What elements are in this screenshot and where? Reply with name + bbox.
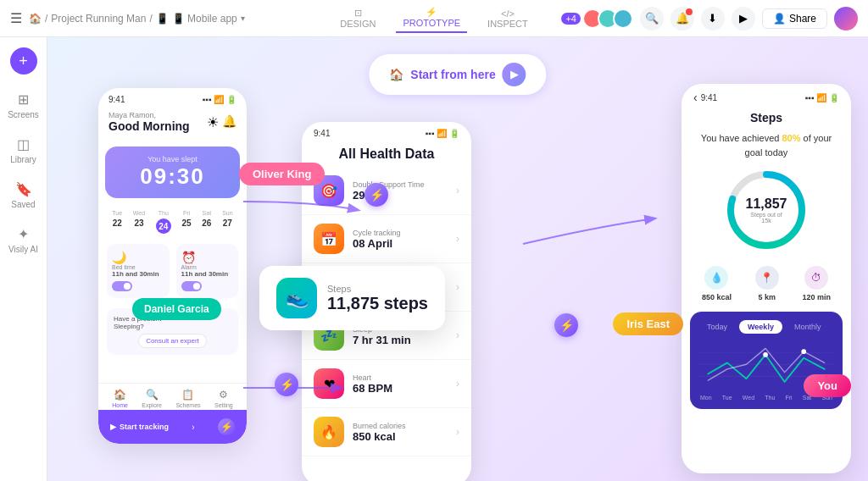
tab-weekly[interactable]: Weekly (739, 320, 782, 334)
cal-sat: Sat26 (202, 210, 211, 234)
cycle-label: Cycle tracking (353, 229, 448, 237)
phone2-status-bar: 9:41 ▪▪▪ 📶 🔋 (302, 122, 471, 141)
alarm-val: 11h and 30min (181, 270, 234, 278)
info-cards: 🌙 Bed time 11h and 30min ⏰ Alarm 11h and… (98, 239, 247, 303)
consult-button[interactable]: Consult an expert (138, 334, 207, 348)
nav-setting[interactable]: ⚙Setting (214, 389, 233, 408)
health-item-heart[interactable]: ❤ Heart 68 BPM › (302, 360, 471, 408)
chevron-right-icon: › (192, 423, 194, 432)
nav-explore[interactable]: 🔍Explore (142, 389, 162, 408)
phone1-signal: ▪▪▪ 📶 🔋 (203, 95, 236, 104)
notification-icon[interactable]: 🔔 (670, 7, 694, 30)
calories-info: Burned calories 850 kcal (353, 422, 448, 443)
search-icon[interactable]: 🔍 (640, 7, 664, 30)
chevron-icon: › (456, 329, 459, 341)
heart-icon: ❤ (314, 368, 344, 399)
bolt-circle-1: ⚡ (364, 183, 388, 207)
goal-highlight: 80% (782, 133, 800, 143)
project-name[interactable]: Project Running Man (51, 13, 146, 25)
user-count-badge: +4 (561, 13, 581, 25)
distance-mini-val: 5 km (758, 293, 776, 301)
alarm-label: Alarm (181, 264, 234, 270)
phone-1: 9:41 ▪▪▪ 📶 🔋 Maya Ramon, Good Morning ☀ … (98, 88, 247, 444)
tab-monthly[interactable]: Monthly (786, 320, 830, 334)
sidebar-item-saved[interactable]: 🔖 Saved (0, 174, 47, 216)
steps-popup-title: Steps (327, 284, 428, 294)
menu-icon[interactable]: ☰ (10, 10, 22, 26)
cal-sun: Sun27 (222, 210, 232, 234)
chevron-icon: › (456, 426, 459, 438)
sidebar-item-library[interactable]: ◫ Library (0, 130, 47, 171)
health-item-cycle[interactable]: 📅 Cycle tracking 08 April › (302, 215, 471, 263)
mini-stat-calories: 💧 850 kcal (702, 266, 732, 301)
nav-schemes[interactable]: 📋Schemes (175, 389, 200, 408)
cal-tue: Tue22 (112, 210, 122, 234)
calories-val: 850 kcal (353, 430, 448, 443)
phone1-status-bar: 9:41 ▪▪▪ 📶 🔋 (98, 88, 247, 108)
phone1-nav: 🏠Home 🔍Explore 📋Schemes ⚙Setting (98, 383, 247, 413)
distance-mini-icon: 📍 (755, 266, 779, 290)
sun-icon: ☀ (207, 114, 219, 130)
cycle-val: 08 April (353, 237, 448, 250)
add-screen-button[interactable]: + (10, 47, 37, 75)
visby-icon: ✦ (18, 226, 29, 242)
avatar-3 (613, 8, 633, 29)
start-from-here-button[interactable]: 🏠 Start from here ▶ (369, 54, 546, 95)
back-icon[interactable]: ‹ (693, 91, 698, 104)
tab-today[interactable]: Today (698, 320, 736, 334)
saved-icon: 🔖 (15, 181, 32, 197)
steps-sub: Steps out of 15k (745, 212, 787, 224)
bell-icon[interactable]: 🔔 (222, 114, 236, 130)
phone3-title: Steps (693, 111, 839, 124)
main-canvas: 🏠 Start from here ▶ 9:41 ▪▪▪ 📶 🔋 Maya Ra… (47, 37, 868, 481)
tab-inspect[interactable]: </> INSPECT (481, 5, 535, 32)
health-item-calories[interactable]: 🔥 Burned calories 850 kcal › (302, 408, 471, 456)
bolt-circle-2: ⚡ (554, 313, 578, 337)
share-icon: 👤 (773, 13, 786, 25)
phone2-time: 9:41 (314, 129, 330, 138)
heart-info: Heart 68 BPM (353, 373, 448, 395)
calories-mini-icon: 💧 (704, 266, 728, 290)
app-name[interactable]: 📱 Mobile app (172, 13, 237, 25)
sleep-label: You have slept (117, 155, 228, 163)
download-icon[interactable]: ⬇ (701, 7, 725, 30)
sleep-val: 7 hr 31 min (353, 334, 448, 346)
nav-home[interactable]: 🏠Home (112, 389, 128, 408)
topbar: ☰ 🏠 / Project Running Man / 📱 📱 Mobile a… (0, 0, 868, 37)
tab-design[interactable]: ⊡ DESIGN (333, 4, 382, 32)
tab-prototype[interactable]: ⚡ PROTOTYPE (396, 3, 467, 33)
mini-stats: 💧 850 kcal 📍 5 km ⏱ 120 min (682, 261, 851, 307)
explore-nav-icon: 🔍 (146, 389, 159, 401)
bedtime-toggle[interactable] (112, 281, 132, 291)
phone1-start-tracking[interactable]: ▶ Start tracking › ⚡ (98, 410, 247, 444)
phone3-status-bar: ‹ 9:41 ▪▪▪ 📶 🔋 (682, 84, 851, 108)
sidebar-item-visby[interactable]: ✦ Visily AI (0, 219, 47, 261)
home-icon: 🏠 (389, 68, 403, 81)
calories-mini-val: 850 kcal (702, 293, 732, 301)
dropdown-icon[interactable]: ▾ (241, 14, 245, 23)
sleep-time: 09:30 (117, 163, 228, 190)
user-avatar[interactable] (834, 7, 858, 30)
topbar-left: ☰ 🏠 / Project Running Man / 📱 📱 Mobile a… (10, 10, 326, 26)
calendar-row: Tue22 Wed23 Thu24 Fri25 Sat26 Sun27 (98, 205, 247, 239)
play-icon[interactable]: ▶ (732, 7, 755, 30)
cal-fri: Fri25 (182, 210, 192, 234)
share-button[interactable]: 👤 Share (762, 8, 827, 29)
sidebar-item-screens[interactable]: ⊞ Screens (0, 85, 47, 126)
phone2-title: All Health Data (302, 141, 471, 167)
chevron-icon: › (456, 185, 459, 196)
time-mini-icon: ⏱ (804, 266, 828, 290)
steps-number: 11,857 (745, 196, 787, 212)
app-icon: 📱 (156, 13, 169, 25)
setting-nav-icon: ⚙ (219, 389, 228, 401)
cal-thu: Thu24 (156, 210, 171, 234)
topbar-center: ⊡ DESIGN ⚡ PROTOTYPE </> INSPECT (333, 3, 535, 33)
steps-popup-icon: 👟 (276, 278, 317, 318)
alarm-card: ⏰ Alarm 11h and 30min (176, 244, 239, 298)
phone-3: ‹ 9:41 ▪▪▪ 📶 🔋 Steps You have achieved 8… (682, 84, 851, 473)
alarm-toggle[interactable] (181, 281, 202, 291)
steps-circle-inner: 11,857 Steps out of 15k (745, 196, 787, 224)
home-icon[interactable]: 🏠 (29, 13, 42, 25)
start-track-label: Start tracking (120, 423, 169, 431)
bolt-inline-icon: ⚡ (218, 418, 235, 435)
